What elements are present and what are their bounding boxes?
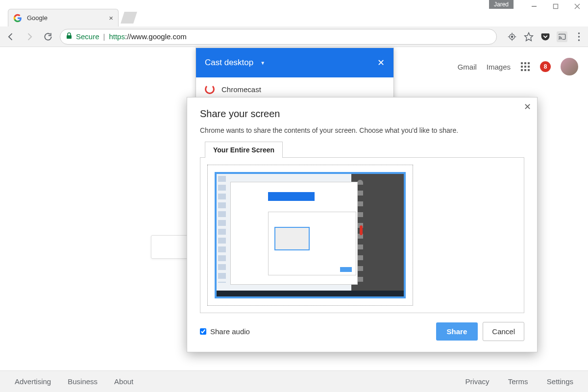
new-tab-button[interactable] [121,12,137,24]
svg-rect-22 [521,69,523,71]
svg-rect-24 [528,69,530,71]
share-audio-input[interactable] [200,328,206,335]
google-favicon [13,14,22,23]
profile-avatar[interactable] [561,58,578,75]
svg-marker-11 [525,32,533,41]
notification-badge[interactable]: 8 [540,61,551,72]
secure-label: Secure [76,32,99,41]
cast-device-name: Chromecast [221,85,261,94]
gmail-link[interactable]: Gmail [458,63,477,71]
screen-thumbnail-wrapper [207,165,413,306]
svg-rect-16 [521,62,523,64]
dialog-description: Chrome wants to share the contents of yo… [200,126,524,134]
loading-spinner-icon [205,84,215,94]
lock-icon [66,32,72,41]
footer-about[interactable]: About [114,377,133,386]
chevron-down-icon[interactable]: ▼ [260,60,265,66]
svg-point-14 [578,36,579,37]
svg-point-6 [511,36,513,37]
back-button[interactable] [4,30,18,44]
cast-popup: Cast desktop ▼ ✕ Chromecast [196,48,394,101]
svg-point-15 [578,39,579,41]
svg-rect-19 [521,66,523,68]
share-button[interactable]: Share [436,322,478,341]
google-footer: Advertising Business About Privacy Terms… [0,370,588,392]
dialog-title: Share your screen [200,108,524,120]
svg-rect-18 [528,62,530,64]
chrome-menu-icon[interactable] [573,31,584,42]
svg-point-12 [559,38,560,39]
svg-rect-17 [524,62,526,64]
footer-privacy[interactable]: Privacy [465,377,489,386]
svg-rect-21 [528,66,530,68]
svg-point-13 [578,32,579,34]
share-audio-label: Share audio [210,327,250,336]
share-screen-dialog: ✕ Share your screen Chrome wants to shar… [187,97,538,352]
tab-title: Google [27,14,48,22]
svg-rect-23 [524,69,526,71]
reload-button[interactable] [41,30,55,44]
dialog-actions: Share audio Share Cancel [200,322,524,341]
cast-icon[interactable] [557,31,567,42]
footer-terms[interactable]: Terms [508,377,528,386]
svg-rect-1 [554,4,558,9]
url-text: ://www.google.com [125,32,187,41]
tab-strip: Google × [4,9,584,26]
footer-settings[interactable]: Settings [547,377,573,386]
browser-toolbar: Secure | https://www.google.com [0,26,588,47]
tab-close-icon[interactable]: × [109,14,113,22]
bookmark-star-icon[interactable] [523,31,534,42]
toolbar-actions [507,31,584,42]
google-header: Gmail Images 8 [458,58,578,75]
svg-rect-4 [67,35,72,39]
cancel-button[interactable]: Cancel [483,322,524,341]
share-audio-checkbox[interactable]: Share audio [200,327,250,336]
google-apps-icon[interactable] [520,62,530,72]
images-link[interactable]: Images [487,63,511,71]
screen-thumbnail[interactable] [215,172,406,298]
address-bar[interactable]: Secure | https://www.google.com [60,29,497,45]
cast-popup-header: Cast desktop ▼ ✕ [196,48,393,77]
footer-advertising[interactable]: Advertising [15,377,51,386]
browser-tab[interactable]: Google × [8,9,119,26]
cast-popup-close-icon[interactable]: ✕ [377,57,385,68]
url-protocol: https [109,32,125,41]
location-icon[interactable] [507,31,517,42]
user-tag-badge: Jared [489,0,514,9]
pocket-icon[interactable] [540,31,551,42]
cast-popup-title: Cast desktop [205,58,253,68]
screen-tab-label[interactable]: Your Entire Screen [205,142,283,158]
svg-rect-20 [524,66,526,68]
footer-business[interactable]: Business [68,377,98,386]
screen-options-panel [200,157,524,313]
dialog-close-icon[interactable]: ✕ [524,101,531,112]
forward-button[interactable] [23,30,36,44]
